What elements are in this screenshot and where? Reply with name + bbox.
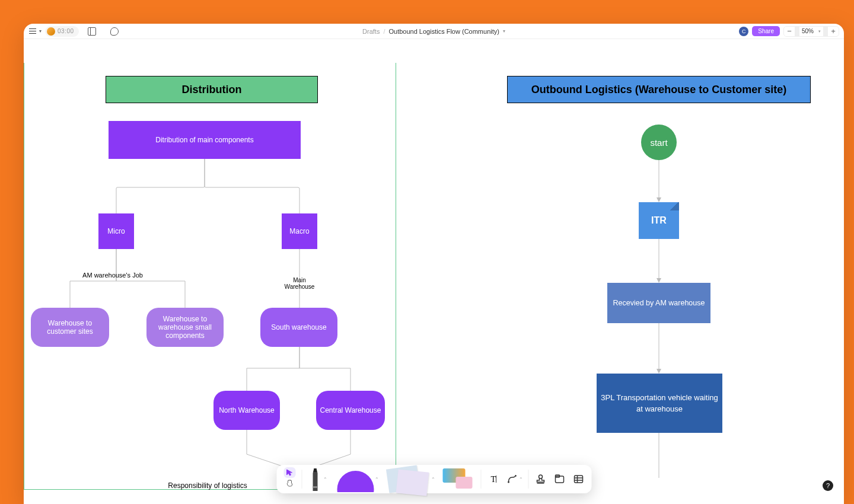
node-itr-document[interactable]: ITR [639,202,679,239]
node-macro[interactable]: Macro [282,213,317,249]
connector-label-main[interactable]: Main Warehouse [282,277,317,290]
zoom-control: − 50% ▾ + [783,26,839,37]
shape-circle-icon [337,471,374,492]
timer-avatar-icon [47,27,55,36]
svg-marker-2 [657,197,661,202]
bottom-toolbar: ⌃ ⌃ ⌃ T [276,465,591,493]
chevron-up-icon[interactable]: ⌃ [431,477,435,482]
label-responsibility[interactable]: Responsibility of logistics [154,481,261,490]
node-warehouse-to-customer[interactable]: Warehouse to customer sites [31,308,109,347]
cursor-icon [286,469,293,476]
main-menu-button[interactable]: ▾ [28,24,42,41]
sticky-icon [396,469,429,496]
zoom-out-button[interactable]: − [784,27,795,36]
svg-rect-8 [313,486,317,488]
svg-rect-16 [574,476,582,483]
app-window: ▾ 03:00 Drafts / Outbound Logistics Flow… [24,24,844,504]
section-icon [554,474,565,484]
comments-button[interactable] [105,24,124,41]
section-header-outbound[interactable]: Outbound Logistics (Warehouse to Custome… [507,76,811,103]
share-button[interactable]: Share [752,26,780,36]
node-distribution-root[interactable]: Ditribution of main components [109,121,301,159]
connector-tool-button[interactable] [502,470,521,489]
zoom-value[interactable]: 50% [799,28,816,34]
widget-icon [455,477,472,489]
connector-label-am[interactable]: AM warehouse's Job [77,272,148,279]
node-warehouse-to-warehouse[interactable]: Warehouse to warehouse small components [146,308,224,347]
canvas[interactable]: Distribution Outbound Logistics (Warehou… [24,39,844,504]
section-header-distribution[interactable]: Distribution [106,76,318,103]
text-tool-button[interactable]: T [483,470,502,489]
comment-icon [110,27,119,36]
breadcrumb-separator: / [383,28,385,35]
stamp-tool-button[interactable] [531,470,550,489]
stamp-icon [535,474,546,484]
node-central-warehouse[interactable]: Central Warehouse [316,391,385,430]
panel-icon [88,27,96,36]
node-start[interactable]: start [641,125,677,160]
text-icon: T [487,474,498,484]
svg-marker-4 [657,278,661,283]
chevron-down-icon: ▾ [816,29,823,34]
chevron-down-icon: ▾ [39,28,42,34]
svg-point-11 [508,481,509,483]
svg-text:T: T [490,475,496,484]
timer-value: 03:00 [58,28,74,34]
widget-tool-button[interactable] [440,466,476,492]
chevron-down-icon: ▾ [503,28,505,34]
connector-icon [506,474,517,484]
panel-toggle-button[interactable] [82,24,101,41]
timer-pill[interactable]: 03:00 [45,26,79,37]
node-received-am[interactable]: Recevied by AM warehouse [607,283,710,323]
svg-marker-6 [657,369,661,374]
node-micro[interactable]: Micro [98,213,134,249]
hand-tool-button[interactable] [283,478,295,489]
table-icon [573,474,584,484]
topbar: ▾ 03:00 Drafts / Outbound Logistics Flow… [24,24,844,39]
zoom-in-button[interactable]: + [828,27,839,36]
node-south-warehouse[interactable]: South warehouse [260,308,337,347]
breadcrumb[interactable]: Drafts / Outbound Logistics Flow (Commun… [362,28,505,35]
marker-icon [309,467,321,491]
marker-tool-button[interactable] [304,466,326,492]
chevron-up-icon[interactable]: ⌃ [375,477,379,482]
shape-tool-button[interactable] [332,466,375,492]
sticky-note-tool-button[interactable] [384,466,431,492]
help-button[interactable]: ? [823,480,833,491]
table-tool-button[interactable] [569,470,588,489]
hand-icon [286,480,293,487]
node-north-warehouse[interactable]: North Warehouse [214,391,280,430]
breadcrumb-parent: Drafts [362,28,380,35]
node-3pl-transport[interactable]: 3PL Transportation vehicle waiting at wa… [597,374,722,433]
user-avatar-badge[interactable]: C [739,27,748,36]
breadcrumb-title: Outbound Logistics Flow (Community) [388,28,499,35]
svg-point-12 [538,475,542,479]
section-tool-button[interactable] [550,470,569,489]
select-tool-button[interactable] [283,467,295,478]
figjam-menu-icon [28,27,37,36]
